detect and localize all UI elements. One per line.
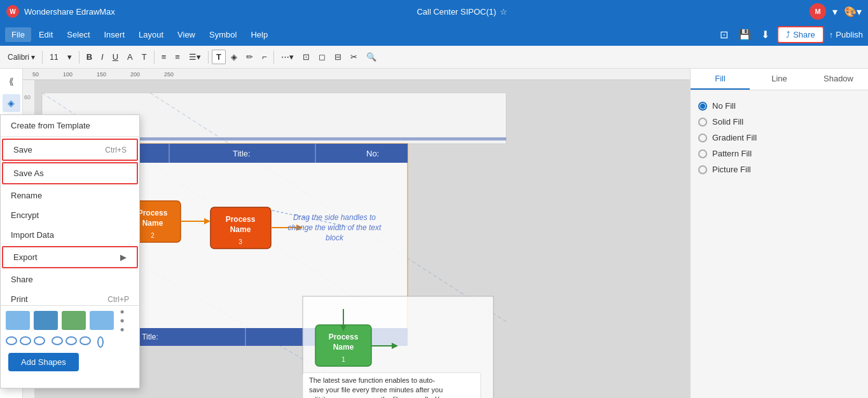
solid-fill-option[interactable]: Solid Fill (698, 114, 860, 130)
menu-layout[interactable]: Layout (132, 27, 170, 42)
export-item[interactable]: Export ▶ (2, 246, 138, 268)
menu-bar-right: ⊡ 💾 ⬇ ⤴ Share ↑ Publish (717, 26, 863, 43)
shape-4[interactable] (90, 311, 114, 330)
shapes-row: ●●● (1, 306, 139, 335)
svg-text:Title:: Title: (142, 333, 158, 341)
shadow-button[interactable]: ◻ (315, 50, 329, 64)
shapes-scroll[interactable]: ●●● (118, 311, 127, 330)
menu-divider-1 (1, 137, 139, 137)
font-size-down[interactable]: ▾ (64, 50, 76, 64)
bold-button[interactable]: B (83, 50, 96, 64)
picture-fill-option[interactable]: Picture Fill (698, 161, 860, 177)
rename-item[interactable]: Rename (1, 186, 139, 205)
tab-shadow[interactable]: Shadow (809, 69, 868, 90)
object-button[interactable]: ⊡ (299, 50, 313, 64)
draw-button[interactable]: ✏ (242, 50, 257, 64)
panel-icon-1[interactable]: ◈ (3, 94, 20, 112)
svg-text:60: 60 (24, 94, 31, 100)
avatar[interactable]: M (809, 3, 826, 20)
title-bar: W Wondershare EdrawMax Call Center SIPOC… (0, 0, 868, 23)
circle-shape-2[interactable] (20, 336, 31, 345)
menu-insert[interactable]: Insert (98, 27, 132, 42)
svg-text:Name: Name (333, 343, 354, 352)
save-as-item[interactable]: Save As (2, 162, 138, 184)
separator-1 (42, 51, 43, 64)
cut-button[interactable]: ✂ (347, 50, 361, 64)
italic-button[interactable]: I (97, 50, 107, 64)
svg-text:Name: Name (142, 219, 163, 228)
tab-fill[interactable]: Fill (691, 69, 750, 90)
separator-2 (79, 51, 79, 64)
svg-text:Process: Process (138, 209, 168, 217)
text-color-button[interactable]: A (123, 50, 137, 64)
svg-text:change the width of the text: change the width of the text (288, 223, 382, 232)
pattern-fill-option[interactable]: Pattern Fill (698, 146, 860, 161)
shape-2[interactable] (34, 311, 58, 330)
pattern-fill-radio[interactable] (698, 149, 707, 158)
font-family-select[interactable]: Calibri ▾ (4, 51, 39, 64)
svg-text:Process: Process (226, 215, 256, 224)
save-item[interactable]: Save Ctrl+S (2, 139, 138, 161)
connector-shapes (97, 336, 104, 348)
create-from-template-item[interactable]: Create from Template (1, 115, 139, 137)
gradient-fill-radio[interactable] (698, 134, 707, 142)
tab-line[interactable]: Line (750, 69, 809, 90)
shape-group-2 (52, 336, 91, 348)
border-button[interactable]: ⋯▾ (277, 50, 298, 64)
shape-3[interactable] (62, 311, 86, 330)
v-shape[interactable] (97, 336, 104, 348)
formatting-toolbar: Calibri ▾ 11 ▾ B I U A T ≡ ≡ ☰▾ T ◈ ✏ ⌐ … (0, 46, 868, 69)
file-dropdown-menu: Create from Template Save Ctrl+S Save As… (0, 114, 140, 388)
align-middle-button[interactable]: ☰▾ (185, 50, 205, 64)
share-button[interactable]: ⤴ Share (777, 26, 824, 43)
separator-5 (273, 51, 274, 64)
gradient-fill-option[interactable]: Gradient Fill (698, 130, 860, 146)
dropdown-arrow[interactable]: ▾ (832, 6, 837, 18)
circle-shape-5[interactable] (65, 336, 77, 345)
circle-shape-6[interactable] (79, 336, 91, 345)
search-button[interactable]: 🔍 (362, 50, 380, 64)
publish-button[interactable]: ↑ Publish (829, 30, 863, 39)
font-size-input[interactable]: 11 (46, 51, 62, 64)
menu-file[interactable]: File (5, 27, 31, 42)
align-button[interactable]: ⊟ (331, 50, 345, 64)
circle-shape-4[interactable] (52, 336, 63, 345)
menu-edit[interactable]: Edit (32, 27, 59, 42)
export-arrow: ▶ (120, 252, 127, 262)
highlight-button[interactable]: ◈ (227, 50, 241, 64)
connector-button[interactable]: ⌐ (258, 50, 271, 64)
collapse-icon[interactable]: ⟪ (3, 72, 20, 90)
save-icon[interactable]: 💾 (736, 26, 754, 43)
title-bar-center: Call Center SIPOC(1) ☆ (417, 7, 507, 17)
menu-symbol[interactable]: Symbol (203, 27, 243, 42)
align-right-button[interactable]: ≡ (171, 50, 184, 64)
underline-button[interactable]: U (109, 50, 122, 64)
no-fill-radio[interactable] (698, 102, 707, 111)
circle-shape-1[interactable] (6, 336, 17, 345)
panel-tabs: Fill Line Shadow (691, 69, 868, 90)
app-name: Wondershare EdrawMax (24, 7, 115, 17)
present-icon[interactable]: ⊡ (717, 26, 731, 43)
encrypt-item[interactable]: Encrypt (1, 205, 139, 225)
solid-fill-radio[interactable] (698, 118, 707, 127)
no-fill-option[interactable]: No Fill (698, 98, 860, 114)
download-icon[interactable]: ⬇ (759, 26, 772, 43)
separator-4 (208, 51, 209, 64)
import-data-item[interactable]: Import Data (1, 225, 139, 245)
menu-help[interactable]: Help (244, 27, 274, 42)
settings-icon[interactable]: 🎨▾ (844, 6, 862, 18)
text-field-button[interactable]: T (212, 50, 226, 64)
svg-text:Name: Name (230, 225, 251, 234)
svg-text:Process: Process (329, 333, 359, 341)
fill-section: No Fill Solid Fill Gradient Fill Pattern… (691, 90, 868, 185)
circle-shape-3[interactable] (34, 336, 45, 345)
shape-1[interactable] (6, 311, 30, 330)
align-left-button[interactable]: ≡ (158, 50, 170, 64)
share-item[interactable]: Share (1, 270, 139, 289)
picture-fill-radio[interactable] (698, 165, 707, 174)
add-shapes-button[interactable]: Add Shapes (8, 353, 79, 371)
favorite-icon[interactable]: ☆ (500, 7, 507, 17)
menu-select[interactable]: Select (60, 27, 96, 42)
text-icon-button[interactable]: T (138, 50, 151, 64)
menu-view[interactable]: View (171, 27, 202, 42)
